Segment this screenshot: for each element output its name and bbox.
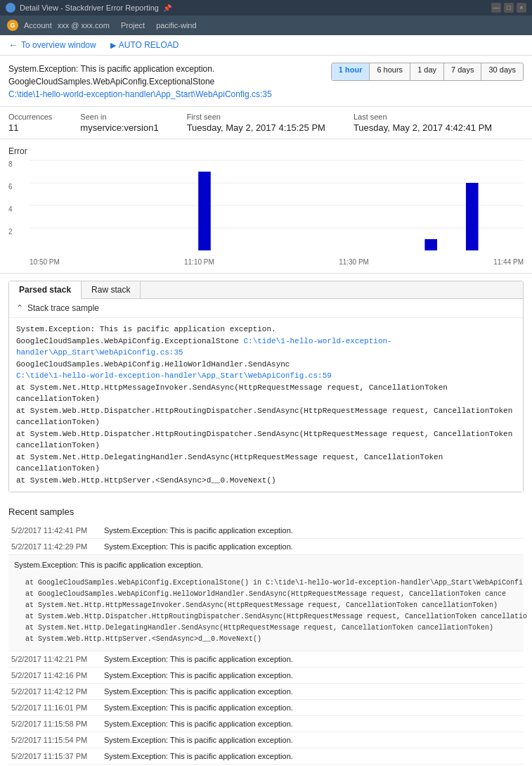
- sample-row: 5/2/2017 11:15:37 PMSystem.Exception: Th…: [8, 748, 524, 765]
- sample-message: System.Exception: This is pacific applic…: [104, 542, 293, 551]
- sample-message: System.Exception: This is pacific applic…: [104, 736, 293, 744]
- stack-tabs: Parsed stack Raw stack: [9, 281, 523, 299]
- x-label-1050: 10:50 PM: [30, 258, 60, 266]
- window-controls: — □ ×: [491, 3, 526, 13]
- file-path-link[interactable]: C:\tide\1-hello-world-exception-handler\…: [8, 89, 272, 99]
- chart-title: Error: [8, 146, 524, 156]
- sample-message: System.Exception: This is pacific applic…: [104, 655, 293, 663]
- samples-section: Recent samples 5/2/2017 11:42:41 PMSyste…: [0, 499, 532, 766]
- sample-row: System.Exception: This is pacific applic…: [8, 555, 524, 651]
- back-arrow-icon: ←: [8, 39, 18, 51]
- play-icon: ▶: [110, 41, 116, 50]
- last-seen-stat: Last seen Tuesday, May 2, 2017 4:42:41 P…: [353, 113, 492, 133]
- pin-icon: 📌: [163, 4, 171, 12]
- auto-reload-label: AUTO RELOAD: [119, 40, 179, 50]
- sample-row: 5/2/2017 11:15:58 PMSystem.Exception: Th…: [8, 716, 524, 732]
- back-link-label: To overview window: [21, 40, 96, 50]
- chart-svg: [30, 160, 524, 250]
- seen-in-value: myservice:version1: [80, 122, 158, 133]
- stack-line1: System.Exception: This is pacific applic…: [16, 324, 516, 336]
- error-text-block: System.Exception: This is pacific applic…: [8, 63, 272, 101]
- sample-message: System.Exception: This is pacific applic…: [104, 671, 293, 679]
- sample-time: 5/2/2017 11:42:16 PM: [11, 671, 96, 679]
- account-email: xxx @ xxx.com: [58, 21, 110, 30]
- stack-line2: GoogleCloudSamples.WebApiConfig.Exceptio…: [16, 336, 516, 359]
- seen-in-label: Seen in: [80, 113, 158, 121]
- seen-in-stat: Seen in myservice:version1: [80, 113, 158, 133]
- samples-list: 5/2/2017 11:42:41 PMSystem.Exception: Th…: [8, 523, 524, 766]
- project-name: pacific-wind: [156, 21, 196, 30]
- stack-line4: at System.Net.Http.HttpMessageInvoker.Se…: [16, 382, 516, 405]
- chart-section: Error 2 4 6 8 10:50 PM 11:10 PM 11:30 PM…: [0, 139, 532, 274]
- y-label-2: 2: [8, 228, 13, 236]
- parsed-stack-tab[interactable]: Parsed stack: [9, 281, 82, 299]
- stack-trace-label: Stack trace sample: [27, 303, 99, 313]
- stats-row: Occurrences 11 Seen in myservice:version…: [0, 107, 532, 139]
- sample-meta: System.Exception: This is pacific applic…: [14, 561, 203, 569]
- exception-line1: System.Exception: This is pacific applic…: [8, 63, 272, 75]
- stack-line7: at System.Net.Http.DelegatingHandler.Sen…: [16, 452, 516, 475]
- sample-row: 5/2/2017 11:16:01 PMSystem.Exception: Th…: [8, 700, 524, 716]
- stack-line5: at System.Web.Http.Dispatcher.HttpRoutin…: [16, 405, 516, 428]
- sample-row: 5/2/2017 11:42:16 PMSystem.Exception: Th…: [8, 668, 524, 684]
- time-btn-6hours[interactable]: 6 hours: [370, 63, 410, 80]
- toolbar: G Account xxx @ xxx.com Project pacific-…: [0, 15, 532, 35]
- sample-message: System.Exception: This is pacific applic…: [14, 561, 203, 569]
- sample-message: System.Exception: This is pacific applic…: [104, 687, 293, 696]
- stack-line3: GoogleCloudSamples.WebApiConfig.HelloWor…: [16, 359, 516, 371]
- samples-title: Recent samples: [8, 506, 524, 517]
- stack-trace-section: Parsed stack Raw stack ⌃ Stack trace sam…: [8, 281, 524, 492]
- sample-time: 5/2/2017 11:42:29 PM: [11, 542, 96, 551]
- title-bar: Detail View - Stackdriver Error Reportin…: [0, 0, 532, 15]
- sample-message: System.Exception: This is pacific applic…: [104, 720, 293, 728]
- app-icon: [6, 3, 15, 13]
- raw-stack-tab[interactable]: Raw stack: [82, 281, 141, 298]
- expand-icon: ⌃: [16, 303, 23, 313]
- chart-area: 2 4 6 8 10:50 PM 11:10 PM 11:30 PM 11:44…: [30, 160, 524, 266]
- time-range-buttons: 1 hour 6 hours 1 day 7 days 30 days: [331, 63, 524, 81]
- x-label-1130: 11:30 PM: [339, 258, 369, 266]
- time-btn-7days[interactable]: 7 days: [444, 63, 481, 80]
- sample-stack-detail: at GoogleCloudSamples.WebApiConfig.Excep…: [14, 577, 527, 645]
- x-label-1144: 11:44 PM: [493, 258, 524, 266]
- stack-link2[interactable]: C:\tide\1-hello-world-exception-handler\…: [16, 371, 332, 380]
- chart-y-labels: 2 4 6 8: [8, 160, 13, 266]
- window-title: Detail View - Stackdriver Error Reportin…: [20, 4, 159, 12]
- time-btn-1hour[interactable]: 1 hour: [332, 63, 370, 80]
- occurrences-stat: Occurrences 11: [8, 113, 52, 133]
- account-info: G Account xxx @ xxx.com: [7, 20, 110, 31]
- sample-message: System.Exception: This is pacific applic…: [104, 752, 293, 760]
- exception-line2: GoogleCloudSamples.WebApiConfig.Exceptio…: [8, 75, 272, 88]
- svg-rect-6: [466, 183, 479, 250]
- stack-trace-header: ⌃ Stack trace sample: [9, 299, 523, 318]
- maximize-button[interactable]: □: [504, 3, 514, 13]
- main-content: ← To overview window ▶ AUTO RELOAD Syste…: [0, 35, 532, 766]
- sample-time: 5/2/2017 11:15:37 PM: [11, 752, 96, 760]
- sample-time: 5/2/2017 11:15:54 PM: [11, 736, 96, 744]
- sample-time: 5/2/2017 11:16:01 PM: [11, 703, 96, 712]
- close-button[interactable]: ×: [517, 3, 526, 13]
- time-btn-30days[interactable]: 30 days: [481, 63, 523, 80]
- chart-x-labels: 10:50 PM 11:10 PM 11:30 PM 11:44 PM: [30, 252, 524, 266]
- sample-time: 5/2/2017 11:42:12 PM: [11, 687, 96, 696]
- occurrences-value: 11: [8, 122, 52, 133]
- sample-row: 5/2/2017 11:42:12 PMSystem.Exception: Th…: [8, 684, 524, 700]
- sample-time: 5/2/2017 11:42:41 PM: [11, 526, 96, 535]
- account-label: Account: [24, 21, 52, 30]
- app-window: Detail View - Stackdriver Error Reportin…: [0, 0, 532, 766]
- sample-message: System.Exception: This is pacific applic…: [104, 703, 293, 712]
- svg-rect-4: [198, 172, 211, 250]
- last-seen-label: Last seen: [353, 113, 492, 121]
- minimize-button[interactable]: —: [491, 3, 501, 13]
- sample-row: 5/2/2017 11:42:41 PMSystem.Exception: Th…: [8, 523, 524, 539]
- sample-message: System.Exception: This is pacific applic…: [104, 526, 293, 535]
- stack-line6: at System.Web.Http.Dispatcher.HttpRoutin…: [16, 428, 516, 452]
- auto-reload-button[interactable]: ▶ AUTO RELOAD: [110, 40, 179, 50]
- last-seen-value: Tuesday, May 2, 2017 4:42:41 PM: [353, 122, 492, 133]
- x-label-1110: 11:10 PM: [184, 258, 214, 266]
- back-to-overview-link[interactable]: ← To overview window: [8, 39, 96, 51]
- y-label-6: 6: [8, 183, 13, 191]
- first-seen-stat: First seen Tuesday, May 2, 2017 4:15:25 …: [187, 113, 325, 133]
- y-label-4: 4: [8, 205, 13, 213]
- time-btn-1day[interactable]: 1 day: [410, 63, 444, 80]
